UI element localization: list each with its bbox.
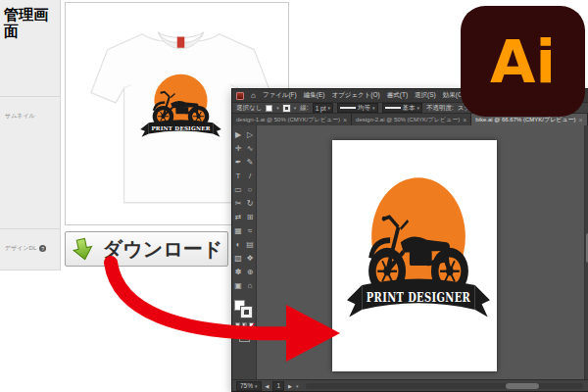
none-mode-icon[interactable] (249, 322, 254, 327)
tab-close-icon[interactable]: × (343, 117, 347, 123)
admin-sidebar: 管理画面 サムネイル デザインDL ? (0, 0, 61, 270)
download-button-label: ダウンロード (103, 236, 222, 263)
sidebar-divider (0, 270, 61, 270)
horizontal-scrollbar[interactable] (306, 383, 583, 389)
tab-close-icon[interactable]: × (579, 117, 583, 123)
prev-artboard-icon[interactable]: ◀ (266, 383, 270, 389)
tool-symbol-sprayer-icon[interactable]: ❖ (245, 251, 256, 265)
tab-close-icon[interactable]: × (463, 117, 466, 123)
help-badge[interactable]: ? (39, 245, 46, 252)
document-tab-label: design-2.ai @ 50% (CMYK/プレビュー) (356, 116, 460, 124)
tools-panel: ▶▷✛∿✒✎T/▭○✂↻⇄⊞▦≈◐▤▧❖✽⊕▣⌂ (232, 125, 257, 379)
menu-item-0[interactable]: ファイル(F) (263, 91, 297, 100)
tool-scissors-icon[interactable]: ✂ (233, 196, 244, 210)
sidebar-divider (0, 96, 61, 97)
tool-direct-selection-icon[interactable]: ▷ (245, 127, 256, 141)
tool-rotate-icon[interactable]: ↻ (245, 196, 256, 210)
screen-mode-button[interactable] (239, 333, 250, 342)
stroke-indicator[interactable] (241, 307, 252, 318)
document-tab-label: design-1.ai @ 50% (CMYK/プレビュー) (236, 116, 340, 124)
home-icon[interactable]: ⌂ (251, 91, 256, 100)
tool-magic-wand-icon[interactable]: ✛ (233, 141, 244, 155)
tool-pencil-icon[interactable]: ✎ (245, 155, 256, 169)
page: PRINT DESIGNER 管理画面 サムネイル デザインDL ? (0, 0, 588, 392)
stroke-profile-icon (340, 107, 356, 109)
illustrator-window: ⌂ ファイル(F)編集(E)オブジェクト(O)書式(T)選択(S)効果(C)表示… (231, 88, 588, 392)
brush-dropdown[interactable]: 基本▾ (382, 103, 423, 113)
menu-item-3[interactable]: 書式(T) (387, 91, 408, 100)
tool-rectangle-icon[interactable]: ▭ (233, 182, 244, 196)
stroke-weight-field[interactable]: 1 pt▾ (313, 103, 333, 113)
tool-pen-icon[interactable]: ✒ (233, 155, 244, 169)
tool-slice-icon[interactable]: ⌂ (245, 278, 256, 292)
fill-swatch[interactable] (266, 105, 272, 112)
tool-blend-icon[interactable]: ▧ (233, 251, 244, 265)
illustrator-mini-app-icon (236, 92, 244, 100)
tool-type-icon[interactable]: T (233, 169, 244, 182)
document-tab[interactable]: design-1.ai @ 50% (CMYK/プレビュー)× (232, 114, 352, 125)
selection-status: 選択なし (236, 104, 262, 113)
tool-gradient-icon[interactable]: ◐ (233, 237, 244, 251)
tool-selection-icon[interactable]: ▶ (233, 127, 244, 141)
color-mode-icon[interactable] (235, 322, 240, 327)
horizontal-scrollbar-thumb[interactable] (506, 383, 539, 389)
tool-line-segment-icon[interactable]: / (245, 169, 256, 182)
opacity-label: 不透明度: (426, 104, 454, 113)
vertical-scrollbar[interactable] (584, 125, 588, 379)
next-artboard-icon[interactable]: ▶ (288, 383, 292, 389)
zoom-level-dropdown[interactable]: 75%▾ (236, 381, 262, 391)
stroke-swatch[interactable] (283, 105, 290, 112)
brush-stroke-icon (385, 107, 401, 109)
illustrator-main-area: ▶▷✛∿✒✎T/▭○✂↻⇄⊞▦≈◐▤▧❖✽⊕▣⌂ (232, 125, 588, 379)
illustrator-canvas[interactable] (257, 125, 584, 379)
status-bar: 75%▾ ◀ 1 ▶ ▾ (232, 379, 588, 391)
stroke-label: 線: (300, 104, 308, 113)
width-profile-dropdown[interactable]: 均等▾ (337, 103, 378, 113)
sidebar-divider (0, 228, 61, 229)
document-tab[interactable]: design-2.ai @ 50% (CMYK/プレビュー)× (352, 114, 471, 125)
download-button[interactable]: ダウンロード (65, 231, 228, 267)
thumbnail-row-label: サムネイル (5, 112, 35, 121)
tool-reflect-icon[interactable]: ⇄ (233, 210, 244, 223)
fill-stroke-indicator[interactable] (234, 300, 254, 318)
illustrator-app-icon: Ai (461, 6, 585, 117)
collar-tag (177, 37, 184, 48)
tool-zoom-icon[interactable]: ⊕ (245, 265, 256, 278)
tool-free-transform-icon[interactable]: ⊞ (245, 210, 256, 223)
design-dl-row-label: デザインDL ? (5, 244, 46, 253)
tool-ellipse-icon[interactable]: ○ (245, 182, 256, 196)
download-arrow-icon (71, 237, 95, 262)
artboard-artwork (344, 162, 493, 328)
tool-shape-builder-icon[interactable]: ▦ (233, 223, 244, 237)
artboard-number[interactable]: 1 (272, 381, 284, 391)
tool-hand-icon[interactable]: ✽ (233, 265, 244, 278)
tool-artboard-icon[interactable]: ▣ (233, 278, 244, 292)
menu-item-4[interactable]: 選択(S) (415, 91, 436, 100)
gradient-mode-icon[interactable] (242, 322, 247, 327)
menu-item-2[interactable]: オブジェクト(O) (331, 91, 379, 100)
menu-item-1[interactable]: 編集(E) (304, 91, 325, 100)
tool-lasso-icon[interactable]: ∿ (245, 141, 256, 155)
tool-mesh-icon[interactable]: ≈ (245, 223, 256, 237)
tool-eyedropper-icon[interactable]: ▤ (245, 237, 256, 251)
page-title: 管理画面 (0, 0, 60, 39)
artboard[interactable] (332, 140, 497, 371)
illustrator-app-icon-text: Ai (490, 32, 556, 91)
